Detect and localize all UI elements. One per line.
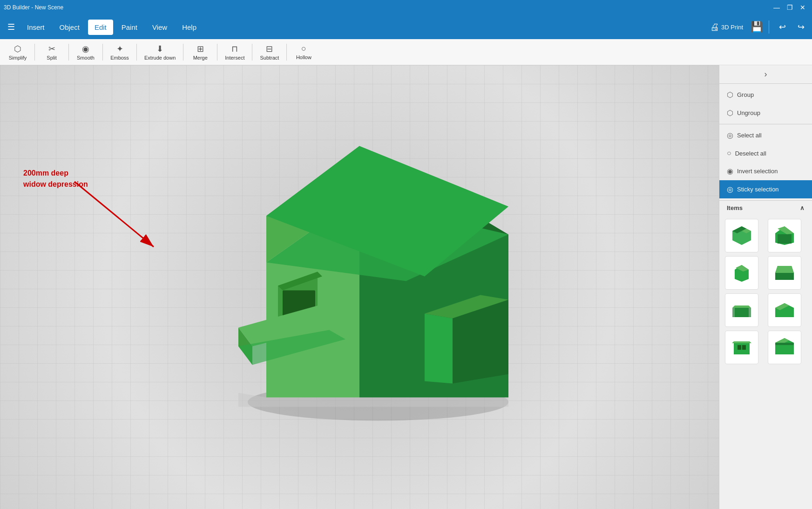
svg-rect-36: [734, 341, 750, 354]
smooth-icon: ◉: [82, 44, 89, 54]
tool-hollow[interactable]: ○ Hollow: [290, 41, 318, 63]
tool-emboss[interactable]: ✦ Emboss: [106, 41, 134, 63]
panel-invert-selection[interactable]: ◉ Invert selection: [719, 162, 812, 180]
ungroup-icon: ⬡: [727, 109, 733, 117]
svg-marker-37: [732, 341, 751, 343]
invert-selection-label: Invert selection: [737, 168, 778, 175]
group-label: Group: [737, 91, 754, 98]
menu-object[interactable]: Object: [53, 20, 86, 35]
items-header: Items ∧: [719, 200, 812, 215]
panel-sticky-selection[interactable]: ◎ Sticky selection: [719, 180, 812, 198]
deselect-all-label: Deselect all: [735, 150, 766, 157]
items-label: Items: [727, 204, 743, 211]
canvas-area[interactable]: 200mm deep widow depression: [0, 65, 719, 509]
panel-divider-1: [719, 124, 812, 124]
hollow-icon: ○: [301, 44, 306, 54]
intersect-icon: ⊓: [231, 44, 238, 54]
tool-smooth[interactable]: ◉ Smooth: [72, 41, 100, 63]
svg-line-1: [74, 182, 154, 247]
sticky-selection-label: Sticky selection: [737, 186, 779, 193]
invert-selection-icon: ◉: [727, 167, 733, 176]
svg-marker-17: [425, 313, 453, 383]
panel-ungroup[interactable]: ⬡ Ungroup: [719, 104, 812, 122]
toolbar-sep-4: [136, 44, 137, 61]
subtract-icon: ⊟: [266, 44, 273, 54]
sticky-selection-icon: ◎: [727, 185, 733, 194]
titlebar-controls: — ❐ ✕: [771, 2, 808, 13]
toolbar-sep-5: [183, 44, 183, 61]
merge-label: Merge: [193, 55, 208, 61]
extrude-down-icon: ⬇: [156, 44, 163, 54]
print-label: 3D Print: [721, 24, 743, 31]
extrude-down-label: Extrude down: [144, 55, 176, 61]
toolbar-sep-1: [34, 44, 35, 61]
item-thumb-2[interactable]: [768, 219, 801, 252]
items-grid: [719, 215, 812, 368]
deselect-all-icon: ○: [727, 149, 731, 157]
menu-right: 🖨 3D Print 💾 ↩ ↪: [706, 20, 808, 34]
menu-help[interactable]: Help: [176, 20, 203, 35]
house-3d-model[interactable]: [192, 122, 527, 439]
panel-deselect-all[interactable]: ○ Deselect all: [719, 144, 812, 162]
right-panel: › ⬡ Group ⬡ Ungroup ◎ Select all ○ Desel…: [719, 65, 812, 509]
item-thumb-7[interactable]: [725, 331, 758, 364]
maximize-button[interactable]: ❐: [784, 2, 795, 13]
merge-icon: ⊞: [197, 44, 204, 54]
subtract-label: Subtract: [260, 55, 279, 61]
menubar: ☰ Insert Object Edit Paint View Help 🖨 3…: [0, 15, 812, 39]
group-icon: ⬡: [727, 90, 733, 99]
split-label: Split: [47, 55, 56, 61]
tool-extrude-down[interactable]: ⬇ Extrude down: [140, 41, 180, 63]
item-thumb-8[interactable]: [768, 331, 801, 364]
emboss-icon: ✦: [116, 44, 123, 54]
items-collapse-icon[interactable]: ∧: [800, 204, 805, 211]
svg-rect-39: [742, 345, 746, 350]
smooth-label: Smooth: [77, 55, 95, 61]
hamburger-menu[interactable]: ☰: [4, 20, 19, 34]
split-icon: ✂: [48, 44, 55, 54]
toolbar-sep-7: [252, 44, 252, 61]
minimize-button[interactable]: —: [771, 2, 782, 13]
item-thumb-1[interactable]: [725, 219, 758, 252]
emboss-label: Emboss: [110, 55, 129, 61]
save-icon[interactable]: 💾: [751, 21, 763, 33]
menu-edit[interactable]: Edit: [88, 20, 113, 35]
panel-select-all[interactable]: ◎ Select all: [719, 126, 812, 144]
svg-rect-33: [732, 308, 751, 317]
select-all-label: Select all: [737, 132, 762, 139]
toolbar-sep-2: [68, 44, 69, 61]
item-thumb-4[interactable]: [768, 256, 801, 290]
svg-rect-30: [775, 273, 794, 280]
toolbar-sep-8: [286, 44, 287, 61]
ungroup-label: Ungroup: [737, 109, 760, 116]
menu-paint[interactable]: Paint: [115, 20, 144, 35]
item-thumb-6[interactable]: [768, 293, 801, 327]
titlebar: 3D Builder - New Scene — ❐ ✕: [0, 0, 812, 15]
redo-button[interactable]: ↪: [793, 20, 808, 34]
menu-view[interactable]: View: [146, 20, 174, 35]
tool-simplify[interactable]: ⬡ Simplify: [4, 41, 32, 63]
titlebar-title: 3D Builder - New Scene: [4, 4, 63, 11]
menu-insert[interactable]: Insert: [20, 20, 51, 35]
print-button[interactable]: 🖨 3D Print: [706, 20, 747, 34]
svg-marker-42: [775, 343, 794, 345]
annotation-arrow: [61, 168, 200, 270]
tool-intersect[interactable]: ⊓ Intersect: [220, 41, 249, 63]
undo-button[interactable]: ↩: [775, 20, 790, 34]
tool-split[interactable]: ✂ Split: [38, 41, 66, 63]
panel-toggle-button[interactable]: ›: [719, 65, 812, 84]
toolbar: ⬡ Simplify ✂ Split ◉ Smooth ✦ Emboss ⬇ E…: [0, 39, 812, 65]
svg-marker-29: [775, 266, 794, 273]
close-button[interactable]: ✕: [797, 2, 808, 13]
print-icon: 🖨: [710, 22, 719, 33]
svg-marker-32: [732, 305, 751, 308]
intersect-label: Intersect: [225, 55, 244, 61]
panel-group[interactable]: ⬡ Group: [719, 86, 812, 104]
tool-merge[interactable]: ⊞ Merge: [186, 41, 214, 63]
item-thumb-5[interactable]: [725, 293, 758, 327]
svg-rect-25: [778, 234, 792, 244]
item-thumb-3[interactable]: [725, 256, 758, 290]
simplify-icon: ⬡: [14, 44, 21, 54]
hollow-label: Hollow: [296, 54, 311, 60]
tool-subtract[interactable]: ⊟ Subtract: [255, 41, 284, 63]
